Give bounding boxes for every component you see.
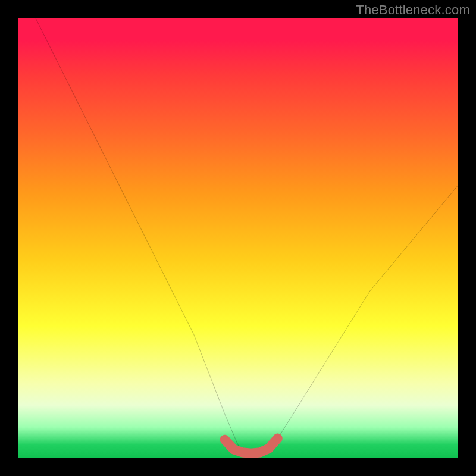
- plot-area: [18, 18, 458, 458]
- chart-svg: [18, 18, 458, 458]
- chart-frame: TheBottleneck.com: [0, 0, 476, 476]
- bottleneck-curve-line: [36, 18, 458, 454]
- watermark-text: TheBottleneck.com: [356, 2, 470, 18]
- sweet-spot-highlight: [225, 439, 278, 453]
